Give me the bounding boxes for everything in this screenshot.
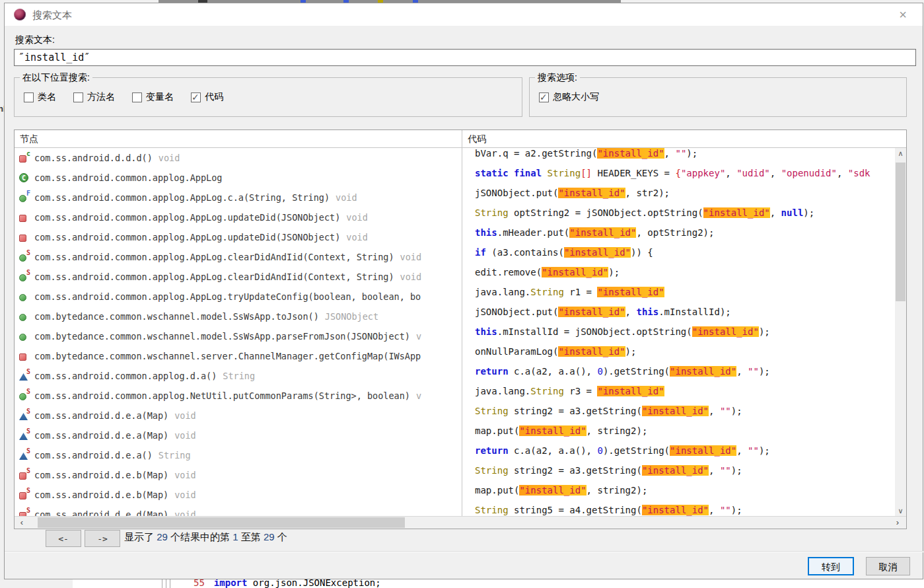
- code-row[interactable]: static final String[] HEADER_KEYS = {"ap…: [462, 168, 896, 188]
- checkbox-box[interactable]: [132, 92, 142, 102]
- code-row[interactable]: String string2 = a3.getString("install_i…: [462, 465, 896, 485]
- title-bar[interactable]: 搜索文本 ×: [5, 3, 923, 26]
- code-token: );: [731, 505, 742, 515]
- node-text: com.ss.android.d.e.a(Map): [34, 430, 168, 441]
- node-row[interactable]: Scom.ss.android.common.applog.d.a()Strin…: [15, 366, 461, 386]
- code-token: ,: [725, 168, 736, 178]
- class-icon: C: [18, 172, 30, 183]
- vertical-scrollbar-thumb[interactable]: [896, 163, 906, 301]
- code-token: edit.remove(: [475, 267, 542, 277]
- node-text: com.bytedance.common.wschannel.server.Ch…: [34, 351, 421, 361]
- node-row[interactable]: Scom.ss.android.d.e.d(Map)void: [15, 505, 461, 516]
- background-code-line: 55import org.json.JSONException;: [194, 579, 381, 588]
- checkbox-box[interactable]: [191, 92, 201, 102]
- code-token: "udid": [736, 168, 770, 178]
- horizontal-scrollbar[interactable]: ‹ ›: [15, 516, 906, 529]
- code-token: ,: [837, 168, 848, 178]
- code-row[interactable]: onNullParamLog("install_id");: [462, 346, 896, 366]
- code-row[interactable]: this.mInstallId = jSONObject.optString("…: [462, 326, 896, 346]
- node-row[interactable]: Scom.ss.android.d.e.a()String: [15, 445, 461, 465]
- node-row[interactable]: Scom.ss.android.common.applog.NetUtil.pu…: [15, 386, 461, 406]
- modifier-letter: F: [26, 190, 30, 197]
- private-static-method-icon: S: [18, 470, 30, 480]
- node-row[interactable]: Scom.ss.android.d.e.b(Map)void: [15, 485, 461, 505]
- node-row[interactable]: Scom.ss.android.d.e.b(Map)void: [15, 465, 461, 485]
- node-row[interactable]: Scom.ss.android.common.applog.AppLog.cle…: [15, 267, 461, 287]
- search-match-highlight: "install_id": [692, 326, 759, 337]
- code-token: onNullParamLog(: [475, 346, 558, 357]
- horizontal-scrollbar-thumb[interactable]: [38, 517, 405, 528]
- code-row[interactable]: edit.remove("install_id");: [462, 267, 896, 287]
- node-row[interactable]: Fcom.ss.android.common.applog.AppLog.c.a…: [15, 188, 461, 207]
- code-row[interactable]: java.lang.String r1 = "install_id": [462, 287, 896, 307]
- node-row[interactable]: Scom.ss.android.d.e.a(Map)void: [15, 406, 461, 425]
- node-row[interactable]: Scom.ss.android.common.applog.AppLog.cle…: [15, 247, 461, 267]
- search-match-highlight: "install_id": [542, 267, 608, 277]
- code-row[interactable]: jSONObject.put("install_id", this.mInsta…: [462, 307, 896, 326]
- go-to-button[interactable]: 转到: [808, 557, 854, 575]
- code-row[interactable]: String optString2 = jSONObject.optString…: [462, 207, 896, 227]
- code-token: this: [475, 326, 497, 337]
- scroll-left-icon[interactable]: ‹: [16, 517, 28, 528]
- close-icon[interactable]: ×: [890, 6, 916, 23]
- icon-shape: [19, 274, 26, 281]
- code-row[interactable]: if (a3.contains("install_id")) {: [462, 247, 896, 267]
- public-static-method-icon: S: [18, 390, 30, 401]
- node-row[interactable]: com.ss.android.common.applog.AppLog.tryU…: [15, 287, 461, 307]
- vertical-scrollbar[interactable]: ∧ ∨: [895, 148, 906, 516]
- search-match-highlight: "install_id": [670, 366, 736, 377]
- code-row[interactable]: return c.a(a2, a.a(), 0).getString("inst…: [462, 445, 896, 465]
- code-row[interactable]: String string5 = a4.getString("install_i…: [462, 505, 896, 516]
- search-match-highlight: "install_id": [597, 386, 664, 396]
- node-column-header[interactable]: 节点: [20, 130, 38, 147]
- node-row[interactable]: com.ss.android.common.applog.AppLog.upda…: [15, 207, 461, 227]
- checkbox-类名[interactable]: 类名: [24, 91, 56, 103]
- checkbox-忽略大小写[interactable]: 忽略大小写: [539, 91, 599, 103]
- node-row[interactable]: com.bytedance.common.wschannel.server.Ch…: [15, 346, 461, 366]
- public-method-icon: [18, 291, 30, 302]
- code-row[interactable]: java.lang.String r3 = "install_id": [462, 386, 896, 406]
- cancel-button[interactable]: 取消: [866, 557, 910, 575]
- previous-results-button[interactable]: <-: [46, 530, 81, 547]
- code-token: []: [581, 168, 592, 178]
- node-row[interactable]: com.ss.android.common.applog.AppLog.upda…: [15, 227, 461, 247]
- code-token: 0: [597, 445, 602, 456]
- code-row[interactable]: return c.a(a2, a.a(), 0).getString("inst…: [462, 366, 896, 386]
- code-row[interactable]: jSONObject.put("install_id", str2);: [462, 188, 896, 207]
- node-text: com.ss.android.d.e.a(Map): [34, 410, 168, 421]
- code-row[interactable]: this.mHeader.put("install_id", optString…: [462, 227, 896, 247]
- node-row[interactable]: com.bytedance.common.wschannel.model.SsW…: [15, 326, 461, 346]
- code-row[interactable]: bVar.q = a2.getString("install_id", "");: [462, 148, 896, 168]
- search-input[interactable]: [14, 49, 916, 66]
- scroll-down-icon[interactable]: ∨: [895, 505, 906, 516]
- code-token: "": [748, 445, 759, 456]
- node-row[interactable]: com.bytedance.common.wschannel.model.SsW…: [15, 307, 461, 326]
- code-token: r3 =: [564, 386, 598, 396]
- code-token: .mHeader.put(: [497, 227, 570, 238]
- checkbox-变量名[interactable]: 变量名: [132, 91, 174, 103]
- code-row[interactable]: map.put("install_id", string2);: [462, 485, 896, 505]
- modifier-letter: S: [26, 269, 30, 276]
- scroll-up-icon[interactable]: ∧: [895, 148, 906, 159]
- code-token: String: [530, 386, 564, 396]
- checkbox-box[interactable]: [73, 92, 83, 102]
- code-column-header[interactable]: 代码: [468, 130, 486, 147]
- node-row[interactable]: Ccom.ss.android.common.applog.AppLog: [15, 168, 461, 188]
- checkbox-box[interactable]: [24, 92, 34, 102]
- node-row[interactable]: ccom.ss.android.d.d.d()void: [15, 148, 461, 168]
- next-results-button[interactable]: ->: [85, 530, 120, 547]
- node-row[interactable]: Scom.ss.android.d.e.a(Map)void: [15, 425, 461, 445]
- public-final-method-icon: F: [18, 192, 30, 203]
- checkbox-box[interactable]: [539, 92, 549, 102]
- jadx-app-icon: [14, 9, 26, 20]
- code-token: "sdk: [848, 168, 871, 178]
- checkbox-代码[interactable]: 代码: [191, 91, 223, 103]
- scope-group-legend: 在以下位置搜索:: [20, 72, 92, 84]
- scroll-right-icon[interactable]: ›: [892, 517, 904, 528]
- icon-shape: [19, 215, 26, 222]
- search-match-highlight: "install_id": [564, 247, 631, 258]
- code-token: ,: [770, 168, 781, 178]
- checkbox-方法名[interactable]: 方法名: [73, 91, 115, 103]
- code-row[interactable]: map.put("install_id", string2);: [462, 425, 896, 445]
- code-row[interactable]: String string2 = a3.getString("install_i…: [462, 406, 896, 425]
